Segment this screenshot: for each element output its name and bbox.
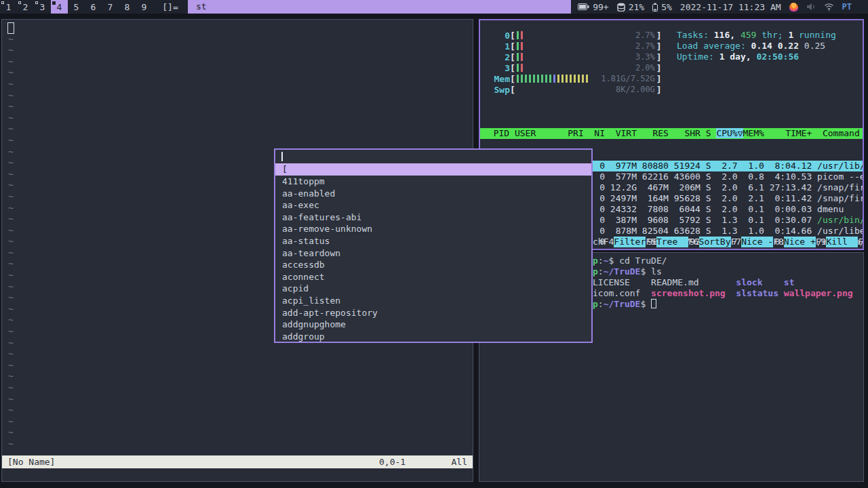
launcher-item[interactable]: addgnupghome xyxy=(275,319,591,331)
meter-Mem: Mem[1.81G/7.52G] xyxy=(486,73,662,84)
terminal-text: ~/TruDE xyxy=(604,299,641,309)
vim-ruler: 0,0-1 xyxy=(379,455,406,468)
tag-label: 4 xyxy=(57,2,62,12)
fkey-key[interactable]: F7 xyxy=(731,237,742,247)
launcher-item[interactable]: acpid xyxy=(275,283,591,295)
meter-close-bracket: ] xyxy=(656,30,662,41)
status-segments: 99+ 21% 5% 2022-11-17 11:23 AM xyxy=(571,0,868,14)
meter-close-bracket: ] xyxy=(656,85,662,95)
launcher-item[interactable]: aa-enabled xyxy=(275,188,591,200)
terminal-text: p xyxy=(593,266,598,277)
tag-label: 9 xyxy=(142,2,147,12)
sort-column-cpu[interactable]: CPU%▽ xyxy=(716,128,743,138)
summary-text: 459 xyxy=(741,30,756,40)
launcher-item[interactable]: aa-remove-unknown xyxy=(275,223,591,235)
meter-tick xyxy=(517,75,519,83)
launcher-item[interactable]: acpi_listen xyxy=(275,295,591,307)
terminal-line: p:~$ cd TruDE/ xyxy=(593,256,667,266)
launcher-item[interactable]: aa-teardown xyxy=(275,247,591,260)
meter-bar: 2.0% xyxy=(515,63,656,73)
terminal-line: LICENSE README.md slock st xyxy=(593,277,794,288)
fkey-key[interactable]: F1 xyxy=(858,237,864,247)
meter-tick xyxy=(541,75,543,83)
tag-label: 3 xyxy=(40,2,45,12)
focused-window-title: st xyxy=(188,0,598,14)
fkey-key[interactable]: F5 xyxy=(646,237,656,247)
terminal-text: slstatus xyxy=(736,288,778,298)
meter-tick xyxy=(578,75,580,83)
workspace-tags: 123456789 xyxy=(0,0,153,14)
workspace-tag-1[interactable]: 1 xyxy=(0,0,17,14)
fkey-key[interactable]: F8 xyxy=(773,237,784,247)
workspace-tag-6[interactable]: 6 xyxy=(85,0,102,14)
meter-tick xyxy=(517,42,519,50)
header-right: MEM% TIME+ Command xyxy=(743,128,860,138)
workspace-tag-4[interactable]: 4 xyxy=(51,0,68,14)
status-bar: 123456789 []= st 99+ 21% xyxy=(0,0,868,14)
launcher-item[interactable]: 411toppm xyxy=(275,176,591,188)
workspace-tag-3[interactable]: 3 xyxy=(34,0,51,14)
launcher-selected-item[interactable]: [ xyxy=(275,163,591,176)
process-command: /snap/fir xyxy=(817,182,864,192)
meter-tick xyxy=(521,53,523,61)
fkey-label[interactable]: Kill xyxy=(826,237,858,247)
battery-status: 99+ xyxy=(578,2,608,12)
meter-3: 3[2.0%] xyxy=(486,62,662,73)
launcher-item[interactable]: addgroup xyxy=(275,331,591,343)
meter-tick xyxy=(557,75,559,83)
battery-vertical-icon xyxy=(652,3,658,12)
terminal-text xyxy=(699,277,736,287)
workspace-tag-2[interactable]: 2 xyxy=(17,0,34,14)
fkey-key[interactable]: F4 xyxy=(604,237,614,247)
meter-open-bracket: [ xyxy=(510,63,515,73)
layout-indicator[interactable]: []= xyxy=(155,2,185,12)
vim-scroll-position: All xyxy=(452,455,467,468)
workspace-tag-8[interactable]: 8 xyxy=(119,0,136,14)
launcher-item[interactable]: aa-status xyxy=(275,235,591,247)
process-command: /usr/bin/ xyxy=(817,215,864,225)
terminal-text: st xyxy=(784,277,795,287)
summary-text: Uptime: xyxy=(677,52,719,62)
meter-label: 1 xyxy=(486,41,510,52)
fkey-key[interactable]: F6 xyxy=(688,237,699,247)
workspace-tag-7[interactable]: 7 xyxy=(102,0,119,14)
launcher-item[interactable]: aa-exec xyxy=(275,199,591,211)
terminal-text xyxy=(726,288,736,298)
terminal-text: wallpaper.png xyxy=(784,288,853,298)
meter-label: Swp xyxy=(486,85,510,95)
speaker-icon xyxy=(806,3,816,11)
meter-open-bracket: [ xyxy=(510,74,515,84)
terminal-text: : xyxy=(598,256,604,266)
htop-summary: Tasks: 116, 459 thr; 1 runningLoad avera… xyxy=(677,30,836,62)
tag-occupied-indicator xyxy=(52,1,56,5)
meter-label: 3 xyxy=(486,63,510,73)
fkey-label[interactable]: Nice + xyxy=(784,237,816,247)
meter-value: 2.7% xyxy=(635,30,655,40)
tag-occupied-indicator xyxy=(1,1,4,4)
keyboard-layout[interactable]: PT xyxy=(842,2,852,12)
fkey-label[interactable]: SortBy xyxy=(699,237,731,247)
launcher-item[interactable]: accessdb xyxy=(275,259,591,271)
launcher-item[interactable]: aa-features-abi xyxy=(275,211,591,224)
tag-label: 8 xyxy=(125,2,130,12)
summary-text: running xyxy=(793,30,836,40)
meter-close-bracket: ] xyxy=(656,41,662,52)
terminal-text: README.md xyxy=(651,277,698,287)
fkey-label[interactable]: Filter xyxy=(614,237,646,247)
launcher-item[interactable]: aconnect xyxy=(275,271,591,283)
disk-status: 21% xyxy=(617,2,644,12)
launcher-window[interactable]: [ 411toppmaa-enabledaa-execaa-features-a… xyxy=(274,148,593,343)
terminal-text: $ ls xyxy=(640,266,661,277)
launcher-input[interactable] xyxy=(275,150,591,163)
meter-tick xyxy=(525,75,527,83)
battery2-status: 5% xyxy=(652,2,672,12)
htop-table-header[interactable]: PID USER PRI NI VIRT RES SHR S CPU%▽MEM%… xyxy=(480,128,863,139)
fkey-key[interactable]: F9 xyxy=(816,237,827,247)
workspace-tag-9[interactable]: 9 xyxy=(136,0,153,14)
fkey-partial-label: ch xyxy=(593,237,604,247)
fkey-label[interactable]: Nice - xyxy=(741,237,773,247)
workspace-tag-5[interactable]: 5 xyxy=(68,0,85,14)
launcher-item[interactable]: add-apt-repository xyxy=(275,307,591,319)
terminal-text: p xyxy=(593,299,598,309)
fkey-label[interactable]: Tree xyxy=(656,237,688,247)
